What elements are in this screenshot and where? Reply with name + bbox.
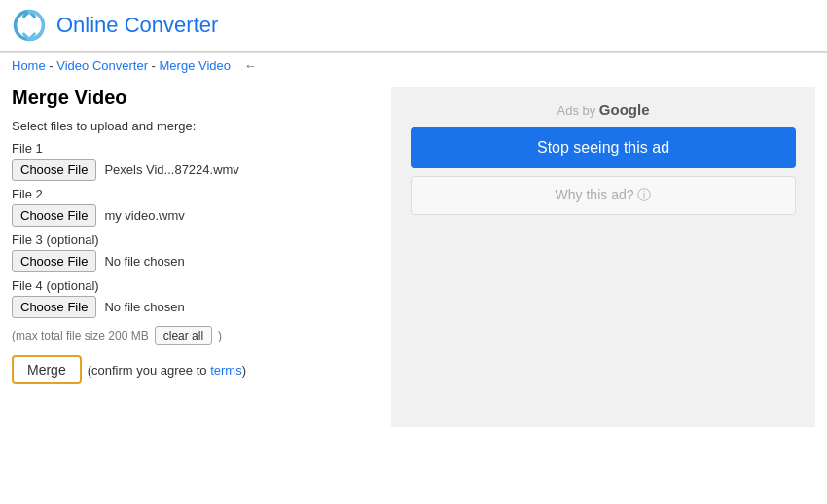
- file-name-1: Pexels Vid...87224.wmv: [104, 162, 239, 177]
- file-group-4: File 4 (optional) Choose File No file ch…: [12, 278, 372, 318]
- breadcrumb-video-converter[interactable]: Video Converter: [56, 58, 148, 73]
- file-row-4: Choose File No file chosen: [12, 296, 372, 318]
- confirm-text: (confirm you agree to terms): [88, 363, 246, 378]
- breadcrumb-current[interactable]: Merge Video: [160, 58, 231, 73]
- file-label-2: File 2: [12, 187, 372, 201]
- choose-file-2[interactable]: Choose File: [12, 204, 96, 227]
- why-ad-button[interactable]: Why this ad? ⓘ: [411, 176, 796, 215]
- left-panel: Merge Video Select files to upload and m…: [12, 87, 372, 427]
- choose-file-3[interactable]: Choose File: [12, 250, 96, 272]
- clear-all-button[interactable]: clear all: [155, 326, 212, 345]
- file-row-2: Choose File my video.wmv: [12, 204, 372, 227]
- file-group-2: File 2 Choose File my video.wmv: [12, 187, 372, 227]
- subtitle: Select files to upload and merge:: [12, 119, 372, 133]
- breadcrumb-home[interactable]: Home: [12, 58, 46, 73]
- file-group-3: File 3 (optional) Choose File No file ch…: [12, 233, 372, 272]
- ad-panel: Ads by Google Stop seeing this ad Why th…: [391, 87, 815, 427]
- file-row-1: Choose File Pexels Vid...87224.wmv: [12, 159, 372, 181]
- file-row-3: Choose File No file chosen: [12, 250, 372, 272]
- footer-row: (max total file size 200 MB clear all ): [12, 326, 372, 345]
- stop-ad-button[interactable]: Stop seeing this ad: [411, 127, 796, 168]
- breadcrumb-arrow: ←: [244, 58, 257, 73]
- merge-button[interactable]: Merge: [12, 355, 82, 384]
- ads-by-google: Ads by Google: [411, 101, 796, 118]
- max-size-close: ): [218, 329, 222, 342]
- file-label-1: File 1: [12, 141, 372, 156]
- file-group-1: File 1 Choose File Pexels Vid...87224.wm…: [12, 141, 372, 181]
- terms-link[interactable]: terms: [210, 363, 242, 378]
- merge-row: Merge (confirm you agree to terms): [12, 355, 372, 384]
- file-label-4: File 4 (optional): [12, 278, 372, 293]
- max-size-note: (max total file size 200 MB: [12, 329, 149, 342]
- logo-icon: [12, 8, 47, 43]
- main-content: Merge Video Select files to upload and m…: [0, 79, 827, 435]
- breadcrumb: Home - Video Converter - Merge Video ←: [0, 53, 827, 79]
- page-title: Merge Video: [12, 87, 372, 109]
- choose-file-4[interactable]: Choose File: [12, 296, 96, 318]
- file-label-3: File 3 (optional): [12, 233, 372, 247]
- header: Online Converter: [0, 0, 827, 52]
- choose-file-1[interactable]: Choose File: [12, 159, 96, 181]
- file-name-3: No file chosen: [104, 254, 184, 269]
- file-name-2: my video.wmv: [104, 208, 184, 223]
- logo-title: Online Converter: [56, 13, 218, 38]
- file-name-4: No file chosen: [104, 300, 184, 314]
